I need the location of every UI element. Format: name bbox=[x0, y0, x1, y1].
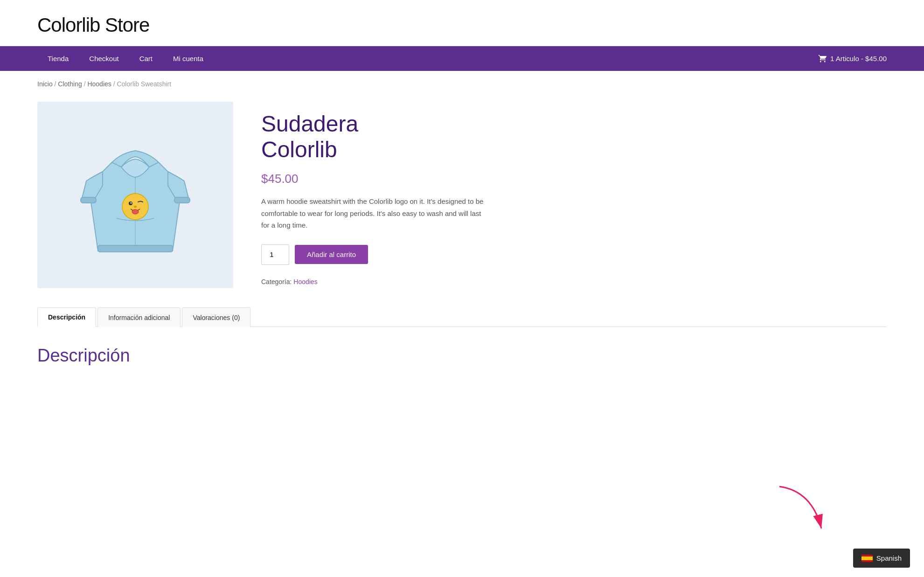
cart-info[interactable]: 1 Articulo - $45.00 bbox=[818, 55, 887, 63]
product-section: Sudadera Colorlib $45.00 A warm hoodie s… bbox=[0, 97, 924, 307]
svg-point-7 bbox=[132, 209, 139, 214]
product-description: A warm hoodie sweatshirt with the Colorl… bbox=[261, 195, 485, 231]
site-title: Colorlib Store bbox=[37, 14, 887, 36]
tab-info-adicional[interactable]: Información adicional bbox=[97, 307, 181, 327]
nav-link-cart[interactable]: Cart bbox=[129, 46, 163, 71]
nav-link-checkout[interactable]: Checkout bbox=[79, 46, 129, 71]
breadcrumb-inicio[interactable]: Inicio bbox=[37, 80, 53, 88]
breadcrumb-current: Colorlib Sweatshirt bbox=[117, 80, 171, 88]
breadcrumb: Inicio / Clothing / Hoodies / Colorlib S… bbox=[0, 71, 924, 97]
product-category: Categoría: Hoodies bbox=[261, 278, 887, 285]
product-title: Sudadera Colorlib bbox=[261, 111, 887, 162]
svg-point-6 bbox=[131, 202, 132, 204]
description-section: Descripción bbox=[0, 327, 924, 403]
nav-item-cuenta: Mi cuenta bbox=[163, 46, 214, 71]
cart-icon bbox=[818, 55, 827, 63]
cart-text: 1 Articulo - $45.00 bbox=[830, 55, 887, 63]
breadcrumb-clothing[interactable]: Clothing bbox=[58, 80, 82, 88]
svg-rect-2 bbox=[98, 245, 173, 252]
description-title: Descripción bbox=[37, 346, 887, 366]
add-to-cart-row: Añadir al carrito bbox=[261, 244, 887, 265]
svg-rect-1 bbox=[174, 197, 190, 203]
tab-list: Descripción Información adicional Valora… bbox=[37, 307, 887, 327]
nav-link-cuenta[interactable]: Mi cuenta bbox=[163, 46, 214, 71]
tabs-section: Descripción Información adicional Valora… bbox=[0, 307, 924, 327]
breadcrumb-hoodies[interactable]: Hoodies bbox=[87, 80, 111, 88]
site-header: Colorlib Store bbox=[0, 0, 924, 46]
nav-item-tienda: Tienda bbox=[37, 46, 79, 71]
category-label: Categoría: bbox=[261, 278, 292, 285]
nav-item-cart: Cart bbox=[129, 46, 163, 71]
nav-item-checkout: Checkout bbox=[79, 46, 129, 71]
nav-link-tienda[interactable]: Tienda bbox=[37, 46, 79, 71]
nav-links: Tienda Checkout Cart Mi cuenta bbox=[37, 46, 214, 71]
tab-valoraciones[interactable]: Valoraciones (0) bbox=[182, 307, 250, 327]
tab-descripcion[interactable]: Descripción bbox=[37, 307, 96, 327]
svg-point-8 bbox=[134, 206, 137, 208]
category-link[interactable]: Hoodies bbox=[293, 278, 317, 285]
main-nav: Tienda Checkout Cart Mi cuenta 1 Articul… bbox=[0, 46, 924, 71]
product-image-wrapper bbox=[37, 102, 233, 288]
product-price: $45.00 bbox=[261, 172, 887, 186]
product-details: Sudadera Colorlib $45.00 A warm hoodie s… bbox=[261, 102, 887, 285]
product-image bbox=[75, 125, 196, 265]
svg-rect-0 bbox=[81, 197, 96, 203]
quantity-input[interactable] bbox=[261, 244, 289, 265]
add-to-cart-button[interactable]: Añadir al carrito bbox=[295, 245, 368, 264]
